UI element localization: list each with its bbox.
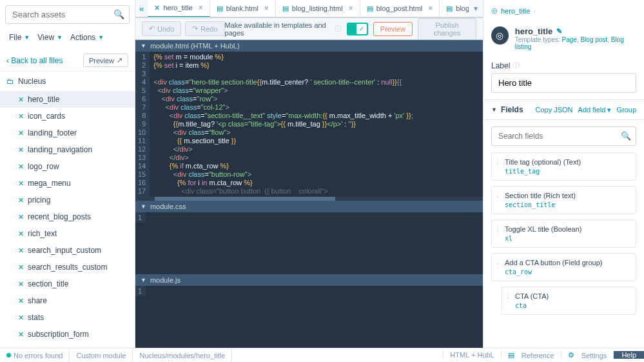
tabs-overflow-icon[interactable]: ▾ [469,4,483,13]
fields-heading: Fields [501,105,523,114]
code-editor-html[interactable]: 1234567891011121314151617 {% set m = mod… [135,52,483,197]
file-item-subscription_form[interactable]: ✕subscription_form [0,326,135,343]
module-icon: ✕ [18,96,24,104]
editor-area: « ✕hero_title×▤blank.html×▤blog_listing.… [135,0,483,348]
add-field-link[interactable]: Add field ▾ [578,106,612,114]
file-item-section_title[interactable]: ✕section_title [0,276,135,292]
code-editor-js[interactable]: 1 [135,286,483,296]
module-icon: ✕ [18,213,24,221]
file-item-recent_blog_posts[interactable]: ✕recent_blog_posts [0,208,135,225]
chevron-down-icon: ▼ [141,203,146,210]
folder-icon: 🗀 [6,77,14,86]
search-icon[interactable]: 🔍 [621,131,631,141]
section-module-css[interactable]: ▼module.css [135,201,483,212]
drag-handle-icon[interactable]: ⋮⋮⋮⋮ [505,294,518,301]
file-item-icon_cards[interactable]: ✕icon_cards [0,108,135,125]
file-item-stats[interactable]: ✕stats [0,309,135,326]
tab-blank-html[interactable]: ▤blank.html× [210,0,276,17]
file-item-landing_navigation[interactable]: ✕landing_navigation [0,141,135,158]
collapse-sidebar-icon[interactable]: « [135,4,148,14]
code-editor-css[interactable]: 1 [135,212,483,223]
file-icon: ✕ [154,4,160,12]
module-icon: ✕ [18,179,24,188]
drag-handle-icon[interactable]: ⋮⋮⋮⋮ [494,226,507,234]
file-item-mega_menu[interactable]: ✕mega_menu [0,175,135,192]
file-item-share[interactable]: ✕share [0,292,135,309]
module-icon: ✕ [18,280,24,288]
settings-button[interactable]: ⚙ Settings [561,351,614,359]
drag-handle-icon[interactable]: ⋮⋮⋮⋮ [494,193,507,201]
info-icon[interactable]: ⓘ [335,24,342,34]
section-module-html[interactable]: ▼module.html (HTML + HubL) [135,40,483,52]
undo-button[interactable]: ↶ Undo [142,21,181,36]
drag-handle-icon[interactable]: ⋮⋮⋮⋮ [494,159,507,167]
module-icon: ✕ [18,146,24,154]
menu-file[interactable]: File▼ [6,32,32,43]
tabs-row: « ✕hero_title×▤blank.html×▤blog_listing.… [135,0,483,18]
file-item-search_input_custom[interactable]: ✕search_input_custom [0,242,135,259]
help-button[interactable]: Help [613,351,644,359]
search-assets-input[interactable] [5,5,130,24]
search-icon[interactable]: 🔍 [113,9,124,19]
availability-toggle[interactable] [347,23,368,35]
reference-button[interactable]: ▤ Reference [501,351,561,359]
field-item-xl[interactable]: ⋮⋮⋮⋮Toggle XL title (Boolean)xl [491,219,636,248]
drag-handle-icon[interactable]: ⋮⋮⋮⋮ [494,260,507,268]
copy-json-link[interactable]: Copy JSON [535,106,572,114]
tab-blog_listing-html[interactable]: ▤blog_listing.html× [276,0,360,17]
section-module-js[interactable]: ▼module.js [135,274,483,286]
file-icon: ▤ [446,5,453,13]
field-item-title_tag[interactable]: ⋮⋮⋮⋮Title tag (optional) (Text)title_tag [491,152,636,181]
chevron-down-icon: ▼ [141,43,146,49]
close-icon[interactable]: × [264,4,269,13]
file-item-rich_text[interactable]: ✕rich_text [0,225,135,242]
status-lang[interactable]: HTML + HubL [443,351,500,359]
field-item-section_title[interactable]: ⋮⋮⋮⋮Section title (Rich text)section_tit… [491,186,636,214]
tab-hero_title[interactable]: ✕hero_title× [148,0,210,17]
search-fields-input[interactable] [491,126,636,146]
statusbar: No errors found Custom module Nucleus/mo… [0,348,644,362]
chevron-down-icon[interactable]: ▼ [491,106,497,113]
file-item-search_results_custom[interactable]: ✕search_results_custom [0,259,135,276]
redo-button[interactable]: ↷ Redo [185,21,224,36]
label-heading: Label [491,61,510,70]
pencil-icon[interactable]: ✎ [556,27,562,35]
close-icon[interactable]: × [199,3,203,12]
breadcrumb-link[interactable]: hero_title [501,7,530,15]
module-icon: ✕ [18,246,24,255]
file-item-hero_title[interactable]: ✕hero_title [0,91,135,108]
info-icon[interactable]: ⓘ [512,61,520,70]
sidebar-preview-button[interactable]: Preview ↗ [83,54,128,67]
status-errors[interactable]: No errors found [0,348,70,362]
module-icon: ✕ [18,129,24,137]
close-icon[interactable]: × [428,4,433,13]
field-item-cta[interactable]: ⋮⋮⋮⋮CTA (CTA)cta [502,287,636,315]
preview-button[interactable]: Preview [373,22,413,36]
file-list[interactable]: ✕hero_title✕icon_cards✕landing_footer✕la… [0,91,135,348]
module-icon: ✕ [18,196,24,205]
field-item-cta_row[interactable]: ⋮⋮⋮⋮Add a CTA button (Field group)cta_ro… [491,253,636,281]
sidebar: 🔍 File▼ View▼ Actions▼ ‹ Back to all fil… [0,0,135,348]
menu-actions[interactable]: Actions▼ [68,32,106,43]
tab-blog_post_two-html[interactable]: ▤blog_post_two.html× [440,0,469,17]
menubar: File▼ View▼ Actions▼ [0,29,135,50]
breadcrumb: ◎ hero_title › [483,0,644,21]
module-icon: ✕ [18,112,24,121]
close-icon[interactable]: × [349,4,353,13]
module-icon: ✕ [18,330,24,339]
target-icon: ◎ [491,6,498,15]
file-item-landing_footer[interactable]: ✕landing_footer [0,125,135,141]
tab-blog_post-html[interactable]: ▤blog_post.html× [360,0,440,17]
menu-view[interactable]: View▼ [35,32,65,43]
file-item-pricing[interactable]: ✕pricing [0,192,135,208]
back-to-files-link[interactable]: ‹ Back to all files [6,56,63,65]
label-input[interactable] [491,73,636,93]
template-types: Template types: Page, Blog post, Blog li… [515,36,636,50]
file-icon: ▤ [367,5,373,13]
file-item-team[interactable]: ✕team [0,343,135,348]
module-icon: ✕ [18,314,24,322]
group-link[interactable]: Group [616,106,636,114]
file-item-logo_row[interactable]: ✕logo_row [0,158,135,175]
module-title: hero_title [515,26,553,36]
folder-nucleus[interactable]: 🗀 Nucleus [0,72,135,91]
